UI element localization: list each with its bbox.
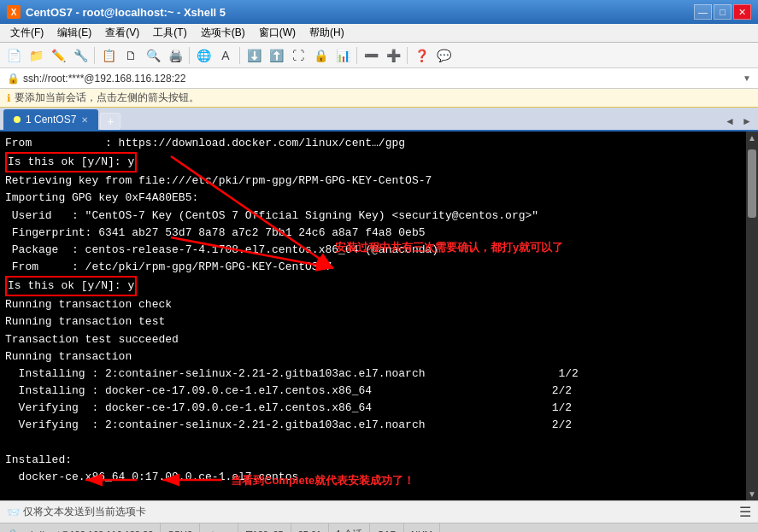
status-num: NUM xyxy=(404,523,440,532)
terminal-line: docker-ce.x86_64 0:17.09.0.ce-1.el7.cent… xyxy=(5,469,744,486)
menu-help[interactable]: 帮助(H) xyxy=(303,24,351,42)
send-icon: 📨 xyxy=(7,506,20,518)
font-button[interactable]: A xyxy=(215,45,236,66)
lock-button[interactable]: 🔒 xyxy=(310,45,331,66)
search-button[interactable]: 🔍 xyxy=(143,45,163,66)
menu-tools[interactable]: 工具(T) xyxy=(146,24,193,42)
send-bar-text: 仅将文本发送到当前选项卡 xyxy=(23,505,146,519)
send-bar-menu-icon[interactable]: ☰ xyxy=(739,504,751,520)
tab-bar: 1 CentOS7 ✕ + ◄ ► xyxy=(0,108,758,132)
tab-prev-button[interactable]: ◄ xyxy=(722,113,737,130)
maximize-button[interactable]: □ xyxy=(714,4,732,20)
terminal-line: From : https://download.docker.com/linux… xyxy=(5,135,744,152)
title-bar: X CentOS7 - root@localhost:~ - Xshell 5 … xyxy=(0,0,758,24)
info-text: 要添加当前会话，点击左侧的箭头按钮。 xyxy=(15,91,199,105)
status-encoding: xterm xyxy=(200,523,238,532)
terminal-line: Installing : 2:container-selinux-2.21-2.… xyxy=(5,365,744,383)
terminal-line: Fingerprint: 6341 ab27 53d7 8a78 a7c2 7b… xyxy=(5,225,744,242)
open-button[interactable]: 📁 xyxy=(26,45,46,66)
session-tab-centos7[interactable]: 1 CentOS7 ✕ xyxy=(3,109,98,130)
transfer2-button[interactable]: ⬆️ xyxy=(266,45,286,66)
toolbar: 📄 📁 ✏️ 🔧 📋 🗋 🔍 🖨️ 🌐 A ⬇️ ⬆️ ⛶ 🔒 📊 ➖ ➕ ❓ … xyxy=(0,43,758,68)
terminal-output: From : https://download.docker.com/linux… xyxy=(0,132,758,500)
terminal-line: Verifying : docker-ce-17.09.0.ce-1.el7.c… xyxy=(5,400,744,417)
status-connection-text: ssh://root@192.168.116.128:22 xyxy=(21,529,153,533)
status-protocol: SSH2 xyxy=(161,523,200,532)
address-dropdown-icon[interactable]: ▼ xyxy=(743,73,751,83)
menu-tab[interactable]: 选项卡(B) xyxy=(194,24,252,42)
chat-button[interactable]: 💬 xyxy=(433,45,454,66)
edit-button[interactable]: ✏️ xyxy=(48,45,68,66)
connect-button[interactable]: 🌐 xyxy=(193,45,214,66)
status-dimensions: ⊞ 120x25 xyxy=(238,523,291,532)
send-bar: 📨 仅将文本发送到当前选项卡 ☰ xyxy=(0,500,758,523)
terminal-line xyxy=(5,486,744,500)
terminal-line-highlight2: Is this ok [y/N]: y xyxy=(5,276,744,296)
menu-edit[interactable]: 编辑(E) xyxy=(50,24,98,42)
properties-button[interactable]: 🔧 xyxy=(70,45,91,66)
menu-window[interactable]: 窗口(W) xyxy=(252,24,303,42)
sep4 xyxy=(356,47,357,64)
info-bar: ℹ 要添加当前会话，点击左侧的箭头按钮。 xyxy=(0,89,758,108)
info-icon: ℹ xyxy=(7,92,11,104)
terminal-scrollbar[interactable]: ▲ ▼ xyxy=(746,132,758,500)
sep1 xyxy=(94,47,95,64)
close-button[interactable]: ✕ xyxy=(733,4,751,20)
terminal-line: Running transaction test xyxy=(5,313,744,330)
zoom-in-button[interactable]: ➕ xyxy=(383,45,403,66)
terminal-line: Verifying : 2:container-selinux-2.21-2.g… xyxy=(5,417,744,434)
status-caps: CAP xyxy=(370,523,404,532)
terminal-line: Transaction test succeeded xyxy=(5,331,744,348)
status-connection: 🔒 ssh://root@192.168.116.128:22 xyxy=(7,523,161,532)
terminal-line: From : /etc/pki/rpm-gpg/RPM-GPG-KEY-Cent… xyxy=(5,259,744,276)
terminal-line: Installing : docker-ce-17.09.0.ce-1.el7.… xyxy=(5,383,744,400)
scrollbar-thumb[interactable] xyxy=(748,149,756,218)
terminal-line: Importing GPG key 0xF4A80EB5: xyxy=(5,190,744,207)
status-bar: 🔒 ssh://root@192.168.116.128:22 SSH2 xte… xyxy=(0,523,758,532)
sep3 xyxy=(239,47,240,64)
zoom-out-button[interactable]: ➖ xyxy=(361,45,381,66)
sessions-button[interactable]: 📊 xyxy=(332,45,353,66)
terminal-line: Userid : "CentOS-7 Key (CentOS 7 Officia… xyxy=(5,208,744,225)
tab-label: 1 CentOS7 xyxy=(26,114,76,126)
copy-button[interactable]: 📋 xyxy=(98,45,119,66)
add-tab-button[interactable]: + xyxy=(100,113,120,130)
tab-status-indicator xyxy=(14,116,21,123)
status-sessions: 1 会话 xyxy=(329,523,370,532)
minimize-button[interactable]: — xyxy=(694,4,712,20)
help-button[interactable]: ❓ xyxy=(411,45,432,66)
sep2 xyxy=(189,47,190,64)
dimension-icon: ⊞ xyxy=(245,529,253,532)
sep5 xyxy=(407,47,408,64)
terminal-line xyxy=(5,434,744,451)
terminal-line: Retrieving key from file:///etc/pki/rpm-… xyxy=(5,172,744,190)
address-bar: 🔒 ssh://root:****@192.168.116.128:22 ▼ xyxy=(0,68,758,89)
lock-icon: 🔒 xyxy=(7,73,20,85)
menu-view[interactable]: 查看(V) xyxy=(98,24,146,42)
transfer1-button[interactable]: ⬇️ xyxy=(244,45,264,66)
new-session-button[interactable]: 📄 xyxy=(3,45,24,66)
terminal-area[interactable]: From : https://download.docker.com/linux… xyxy=(0,132,758,500)
terminal-line: Installed: xyxy=(5,452,744,469)
terminal-line: Package : centos-release-7-4.1708.el7.ce… xyxy=(5,242,744,259)
menu-bar: 文件(F) 编辑(E) 查看(V) 工具(T) 选项卡(B) 窗口(W) 帮助(… xyxy=(0,24,758,43)
paste-button[interactable]: 🗋 xyxy=(120,45,141,66)
address-text[interactable]: ssh://root:****@192.168.116.128:22 xyxy=(23,73,185,85)
tab-next-button[interactable]: ► xyxy=(739,113,755,130)
status-lock-icon: 🔒 xyxy=(7,529,19,532)
print-button[interactable]: 🖨️ xyxy=(165,45,185,66)
terminal-line: Running transaction xyxy=(5,348,744,365)
tab-close-icon[interactable]: ✕ xyxy=(81,115,88,125)
terminal-line-highlight1: Is this ok [y/N]: y xyxy=(5,152,744,172)
tab-navigation: ◄ ► xyxy=(722,113,755,130)
menu-file[interactable]: 文件(F) xyxy=(3,24,50,42)
app-icon: X xyxy=(7,5,21,19)
fullscreen-button[interactable]: ⛶ xyxy=(288,45,308,66)
window-controls: — □ ✕ xyxy=(694,4,751,20)
status-position: 25,21 xyxy=(291,523,330,532)
dimension-text: 120x25 xyxy=(253,529,284,533)
window-title: CentOS7 - root@localhost:~ - Xshell 5 xyxy=(26,6,694,19)
terminal-line: Running transaction check xyxy=(5,296,744,313)
